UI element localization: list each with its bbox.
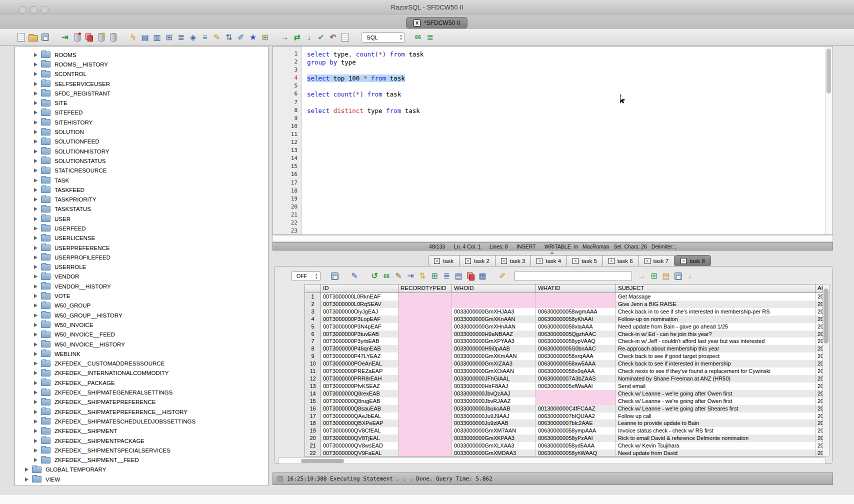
tree-item[interactable]: STATICRESOURCE [15, 166, 268, 176]
code-line[interactable] [307, 212, 825, 220]
tree-item[interactable]: ZKFEDEX__SHIPMENT__FEED [15, 455, 268, 464]
table-cell[interactable]: 00T3000000L0RqSEAV [321, 300, 398, 308]
results-grid-icon[interactable]: ▤ [139, 32, 151, 43]
code-line[interactable]: group by type [307, 58, 825, 66]
result-tab[interactable]: ×task 2 [460, 255, 496, 266]
row-details-icon[interactable]: ≣ [440, 270, 452, 282]
new-file-icon[interactable] [15, 32, 27, 43]
disclosure-triangle-icon[interactable] [34, 168, 38, 172]
disclosure-triangle-icon[interactable] [34, 332, 38, 336]
disclosure-triangle-icon[interactable] [34, 439, 38, 443]
tree-item[interactable]: W50_INVOICE__FEED [15, 330, 268, 340]
tree-item[interactable]: USERPROFILEFEED [15, 252, 268, 262]
table-cell[interactable]: 00T3000000QV8wsEAD [321, 442, 398, 450]
table-cell[interactable]: Check w/ Leanne - we're going after Owen… [616, 398, 816, 405]
disclosure-triangle-icon[interactable] [34, 410, 38, 414]
table-cell[interactable] [398, 420, 452, 427]
table-row[interactable]: 500T3000000P3N4pEAF0033000000GmXHnAAN006… [305, 323, 825, 330]
row-number-cell[interactable]: 3 [305, 308, 321, 316]
row-number-cell[interactable]: 9 [305, 352, 321, 360]
tree-item[interactable]: SOLUTIONHISTORY [15, 146, 268, 156]
close-tab-icon[interactable]: × [501, 258, 507, 264]
tree-item[interactable]: ZKFEDEX__PACKAGE [15, 378, 268, 388]
row-number-cell[interactable]: 13 [305, 382, 321, 390]
column-info-icon[interactable]: ▤ [452, 270, 464, 282]
sort-results-icon[interactable]: ⇅ [416, 270, 428, 282]
table-cell[interactable]: 00T3000000QV8TjEAL [321, 434, 398, 442]
tree-item[interactable]: USERPREFERENCE [15, 243, 268, 252]
disclosure-triangle-icon[interactable] [34, 217, 38, 221]
disclosure-triangle-icon[interactable] [34, 207, 38, 211]
table-cell[interactable]: 00T3000000PREZaEAP [321, 368, 398, 375]
table-cell[interactable]: Nominated by Shane Freeman at ANZ (HR50) [616, 375, 816, 382]
table-cell[interactable]: 006300000058yKhAAI [536, 316, 616, 323]
table-cell[interactable] [398, 300, 452, 308]
tree-item[interactable]: VOTE [15, 291, 268, 300]
table-cell[interactable]: 00T3000000Q8rugEAB [321, 398, 398, 405]
row-number-cell[interactable]: 6 [305, 330, 321, 338]
table-cell[interactable]: 00T3000000PfvKSEAZ [321, 382, 398, 390]
disclosure-triangle-icon[interactable] [34, 62, 38, 66]
disclosure-triangle-icon[interactable] [34, 159, 38, 163]
tree-item[interactable]: ZKFEDEX__SHIPMENT [15, 426, 268, 436]
table-row[interactable]: 1300T3000000PfvKSEAZ0033000000HirF8AAJ00… [305, 382, 825, 390]
row-number-cell[interactable]: 19 [305, 427, 321, 434]
code-line[interactable] [307, 163, 825, 171]
close-tab-icon[interactable]: × [434, 258, 440, 264]
table-row[interactable]: 300T3000000OiyJgEAJ0033000000GmXHJAA3006… [305, 308, 825, 316]
table-cell[interactable]: 0033000000GmXM7AAN [452, 427, 536, 434]
tree-item[interactable]: TASK [15, 176, 268, 185]
disclosure-triangle-icon[interactable] [34, 323, 38, 327]
table-tools-icon[interactable]: ⊞ [259, 32, 271, 43]
table-cell[interactable]: 0033000000GmXPYAA3 [452, 338, 536, 345]
column-header[interactable]: ID [321, 284, 398, 292]
table-cell[interactable]: 00630000005xfWaAAI [536, 382, 616, 390]
table-cell[interactable]: 00T3000000P3yrbEAB [321, 338, 398, 345]
table-row[interactable]: 600T3000000P3tuvEAB0033000000H9aNBAAZ006… [305, 330, 825, 338]
column-header[interactable]: SUBJECT [616, 284, 816, 292]
disclosure-triangle-icon[interactable] [34, 198, 38, 202]
row-number-cell[interactable]: 18 [305, 420, 321, 427]
disclosure-triangle-icon[interactable] [34, 92, 38, 96]
table-cell[interactable]: 00T3000000P3N4pEAF [321, 323, 398, 330]
format-sql-icon[interactable]: ✐ [235, 32, 247, 43]
table-cell[interactable]: Re-approach about membership this year [616, 345, 816, 352]
export-page-icon[interactable]: ▥ [151, 32, 163, 43]
table-cell[interactable] [398, 293, 452, 300]
table-cell[interactable] [398, 405, 452, 412]
code-line[interactable] [307, 220, 825, 228]
tree-item[interactable]: W50_GROUP__HISTORY [15, 310, 268, 320]
table-cell[interactable] [452, 293, 536, 300]
table-cell[interactable]: 00T3000000PRR8rEAH [321, 375, 398, 382]
table-row[interactable]: 2200T3000000QV9FaEAL0033000000GmXMDAA300… [305, 450, 825, 456]
code-line[interactable] [307, 139, 825, 147]
table-cell[interactable] [536, 300, 616, 308]
disclosure-triangle-icon[interactable] [34, 294, 38, 298]
table-row[interactable]: 2000T3000000QV8TjEAL0033000000GmXKPAA300… [305, 434, 825, 442]
save-grid-icon[interactable] [672, 270, 684, 282]
tree-item[interactable]: ZKFEDEX__SHIPMATEPREFERENCE__HISTORY [15, 407, 268, 416]
table-cell[interactable] [398, 434, 452, 442]
disclosure-triangle-icon[interactable] [25, 478, 28, 482]
copy-table-icon[interactable]: ▦ [476, 270, 488, 282]
disclosure-triangle-icon[interactable] [34, 390, 38, 394]
code-line[interactable] [307, 204, 825, 212]
table-cell[interactable] [536, 293, 616, 300]
table-cell[interactable]: 00630000005QgzhAAC [536, 330, 616, 338]
tree-item[interactable]: ZKFEDEX__SHIPMENTSPECIALSERVICES [15, 446, 268, 455]
row-number-cell[interactable]: 15 [305, 398, 321, 405]
scrollbar-thumb[interactable] [824, 288, 828, 344]
table-cell[interactable]: 00T3000000L0RknEAF [321, 293, 398, 300]
code-line[interactable] [307, 131, 825, 139]
table-cell[interactable]: 006300000058yPzAAI [536, 434, 616, 442]
table-cell[interactable]: 0033000000GmXOiAAN [452, 368, 536, 375]
sql-mode-select[interactable]: SQL ▲▼ [361, 32, 405, 42]
reference-book-icon[interactable]: ◈ [187, 32, 199, 43]
document-tab[interactable]: x *SFDCW50 II [406, 17, 468, 28]
tree-item[interactable]: W50_GROUP [15, 301, 268, 310]
code-line[interactable]: select count(*) from task [307, 90, 825, 98]
table-row[interactable]: 100T3000000L0RknEAFGet Massage200 [305, 293, 825, 300]
go-forward-icon[interactable]: → [279, 32, 291, 43]
code-line[interactable] [307, 147, 825, 155]
save-icon[interactable] [39, 32, 51, 43]
